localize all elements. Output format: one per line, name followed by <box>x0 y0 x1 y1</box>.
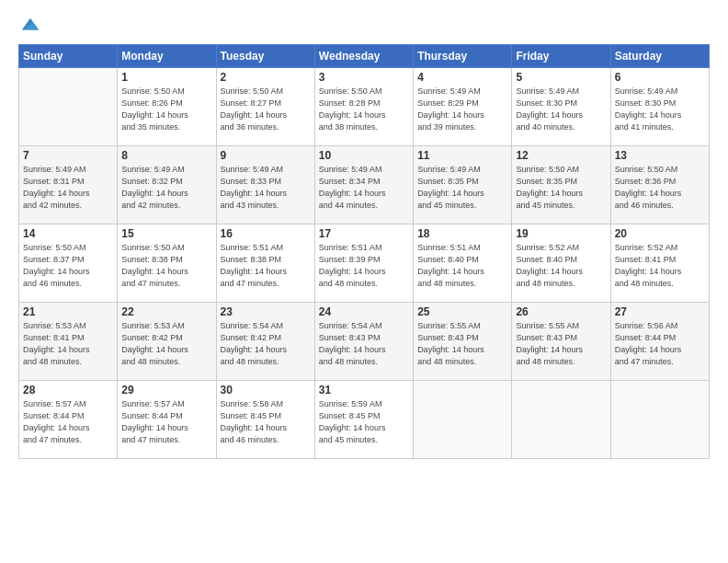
day-number: 18 <box>417 227 507 240</box>
calendar-cell: 7Sunrise: 5:49 AM Sunset: 8:31 PM Daylig… <box>19 146 118 224</box>
day-info: Sunrise: 5:50 AM Sunset: 8:38 PM Dayligh… <box>121 242 211 290</box>
calendar-cell: 2Sunrise: 5:50 AM Sunset: 8:27 PM Daylig… <box>216 68 314 146</box>
calendar-cell <box>610 381 709 459</box>
day-info: Sunrise: 5:49 AM Sunset: 8:34 PM Dayligh… <box>319 164 409 212</box>
calendar-cell: 23Sunrise: 5:54 AM Sunset: 8:42 PM Dayli… <box>216 303 314 381</box>
header <box>18 15 710 35</box>
calendar-cell: 25Sunrise: 5:55 AM Sunset: 8:43 PM Dayli… <box>414 303 512 381</box>
day-number: 28 <box>23 384 113 396</box>
day-info: Sunrise: 5:49 AM Sunset: 8:33 PM Dayligh… <box>221 164 311 212</box>
calendar-cell <box>19 68 118 146</box>
day-number: 12 <box>516 149 606 162</box>
calendar-cell: 9Sunrise: 5:49 AM Sunset: 8:33 PM Daylig… <box>216 146 314 224</box>
calendar-cell: 31Sunrise: 5:59 AM Sunset: 8:45 PM Dayli… <box>314 381 413 459</box>
day-info: Sunrise: 5:52 AM Sunset: 8:40 PM Dayligh… <box>516 242 606 290</box>
day-number: 16 <box>221 227 311 240</box>
day-number: 2 <box>221 71 311 84</box>
day-info: Sunrise: 5:51 AM Sunset: 8:39 PM Dayligh… <box>319 242 409 290</box>
calendar-cell <box>414 381 512 459</box>
day-number: 8 <box>121 149 211 162</box>
calendar-cell: 11Sunrise: 5:49 AM Sunset: 8:35 PM Dayli… <box>414 146 512 224</box>
day-number: 23 <box>221 305 311 318</box>
day-number: 3 <box>319 71 409 84</box>
calendar-week-row: 14Sunrise: 5:50 AM Sunset: 8:37 PM Dayli… <box>19 224 710 303</box>
day-info: Sunrise: 5:50 AM Sunset: 8:36 PM Dayligh… <box>615 164 705 212</box>
day-number: 27 <box>615 305 705 318</box>
day-number: 13 <box>615 149 705 162</box>
day-number: 14 <box>23 227 113 240</box>
calendar-cell: 29Sunrise: 5:57 AM Sunset: 8:44 PM Dayli… <box>118 381 216 459</box>
calendar-cell: 4Sunrise: 5:49 AM Sunset: 8:29 PM Daylig… <box>414 68 512 146</box>
day-info: Sunrise: 5:57 AM Sunset: 8:44 PM Dayligh… <box>121 398 211 446</box>
calendar-cell: 13Sunrise: 5:50 AM Sunset: 8:36 PM Dayli… <box>610 146 709 224</box>
day-info: Sunrise: 5:50 AM Sunset: 8:37 PM Dayligh… <box>23 242 113 290</box>
calendar-cell: 27Sunrise: 5:56 AM Sunset: 8:44 PM Dayli… <box>610 303 709 381</box>
calendar-cell: 14Sunrise: 5:50 AM Sunset: 8:37 PM Dayli… <box>19 224 118 303</box>
calendar-cell: 5Sunrise: 5:49 AM Sunset: 8:30 PM Daylig… <box>512 68 610 146</box>
day-number: 15 <box>121 227 211 240</box>
calendar-cell: 12Sunrise: 5:50 AM Sunset: 8:35 PM Dayli… <box>512 146 610 224</box>
calendar-cell: 20Sunrise: 5:52 AM Sunset: 8:41 PM Dayli… <box>610 224 709 303</box>
calendar-header-friday: Friday <box>512 45 610 68</box>
day-info: Sunrise: 5:49 AM Sunset: 8:35 PM Dayligh… <box>417 164 507 212</box>
day-info: Sunrise: 5:50 AM Sunset: 8:27 PM Dayligh… <box>221 86 311 133</box>
day-number: 22 <box>121 305 211 318</box>
calendar-cell: 1Sunrise: 5:50 AM Sunset: 8:26 PM Daylig… <box>118 68 216 146</box>
day-info: Sunrise: 5:49 AM Sunset: 8:31 PM Dayligh… <box>23 164 113 212</box>
day-info: Sunrise: 5:49 AM Sunset: 8:32 PM Dayligh… <box>121 164 211 212</box>
day-number: 10 <box>319 149 409 162</box>
calendar-header-tuesday: Tuesday <box>216 45 314 68</box>
day-number: 24 <box>319 305 409 318</box>
calendar-cell: 3Sunrise: 5:50 AM Sunset: 8:28 PM Daylig… <box>314 68 413 146</box>
calendar-header-thursday: Thursday <box>414 45 512 68</box>
calendar-week-row: 21Sunrise: 5:53 AM Sunset: 8:41 PM Dayli… <box>19 303 710 381</box>
day-number: 17 <box>319 227 409 240</box>
logo-icon <box>20 15 40 35</box>
day-number: 26 <box>516 305 606 318</box>
day-info: Sunrise: 5:53 AM Sunset: 8:42 PM Dayligh… <box>121 320 211 368</box>
day-info: Sunrise: 5:51 AM Sunset: 8:38 PM Dayligh… <box>221 242 311 290</box>
day-info: Sunrise: 5:50 AM Sunset: 8:28 PM Dayligh… <box>319 86 409 133</box>
calendar-cell: 30Sunrise: 5:58 AM Sunset: 8:45 PM Dayli… <box>216 381 314 459</box>
calendar-cell: 18Sunrise: 5:51 AM Sunset: 8:40 PM Dayli… <box>414 224 512 303</box>
day-info: Sunrise: 5:58 AM Sunset: 8:45 PM Dayligh… <box>221 398 311 446</box>
calendar-week-row: 7Sunrise: 5:49 AM Sunset: 8:31 PM Daylig… <box>19 146 710 224</box>
day-info: Sunrise: 5:55 AM Sunset: 8:43 PM Dayligh… <box>516 320 606 368</box>
day-info: Sunrise: 5:56 AM Sunset: 8:44 PM Dayligh… <box>615 320 705 368</box>
day-number: 5 <box>516 71 606 84</box>
day-info: Sunrise: 5:57 AM Sunset: 8:44 PM Dayligh… <box>23 398 113 446</box>
day-number: 6 <box>615 71 705 84</box>
day-number: 21 <box>23 305 113 318</box>
page: SundayMondayTuesdayWednesdayThursdayFrid… <box>0 0 728 563</box>
day-info: Sunrise: 5:55 AM Sunset: 8:43 PM Dayligh… <box>417 320 507 368</box>
day-info: Sunrise: 5:49 AM Sunset: 8:30 PM Dayligh… <box>615 86 705 133</box>
calendar-week-row: 28Sunrise: 5:57 AM Sunset: 8:44 PM Dayli… <box>19 381 710 459</box>
calendar-cell: 26Sunrise: 5:55 AM Sunset: 8:43 PM Dayli… <box>512 303 610 381</box>
calendar-table: SundayMondayTuesdayWednesdayThursdayFrid… <box>18 44 710 459</box>
calendar-header-wednesday: Wednesday <box>314 45 413 68</box>
day-number: 31 <box>319 384 409 396</box>
calendar-cell: 10Sunrise: 5:49 AM Sunset: 8:34 PM Dayli… <box>314 146 413 224</box>
day-number: 20 <box>615 227 705 240</box>
calendar-cell: 24Sunrise: 5:54 AM Sunset: 8:43 PM Dayli… <box>314 303 413 381</box>
day-number: 9 <box>221 149 311 162</box>
calendar-header-row: SundayMondayTuesdayWednesdayThursdayFrid… <box>19 45 710 68</box>
day-number: 25 <box>417 305 507 318</box>
day-info: Sunrise: 5:54 AM Sunset: 8:43 PM Dayligh… <box>319 320 409 368</box>
day-number: 4 <box>417 71 507 84</box>
day-number: 30 <box>221 384 311 396</box>
calendar-cell: 8Sunrise: 5:49 AM Sunset: 8:32 PM Daylig… <box>118 146 216 224</box>
day-info: Sunrise: 5:59 AM Sunset: 8:45 PM Dayligh… <box>319 398 409 446</box>
calendar-cell: 15Sunrise: 5:50 AM Sunset: 8:38 PM Dayli… <box>118 224 216 303</box>
calendar-cell: 6Sunrise: 5:49 AM Sunset: 8:30 PM Daylig… <box>610 68 709 146</box>
calendar-cell: 22Sunrise: 5:53 AM Sunset: 8:42 PM Dayli… <box>118 303 216 381</box>
calendar-cell: 17Sunrise: 5:51 AM Sunset: 8:39 PM Dayli… <box>314 224 413 303</box>
calendar-cell: 28Sunrise: 5:57 AM Sunset: 8:44 PM Dayli… <box>19 381 118 459</box>
day-info: Sunrise: 5:50 AM Sunset: 8:26 PM Dayligh… <box>121 86 211 133</box>
calendar-week-row: 1Sunrise: 5:50 AM Sunset: 8:26 PM Daylig… <box>19 68 710 146</box>
calendar-header-monday: Monday <box>118 45 216 68</box>
calendar-cell: 19Sunrise: 5:52 AM Sunset: 8:40 PM Dayli… <box>512 224 610 303</box>
day-number: 19 <box>516 227 606 240</box>
calendar-header-saturday: Saturday <box>610 45 709 68</box>
calendar-cell <box>512 381 610 459</box>
